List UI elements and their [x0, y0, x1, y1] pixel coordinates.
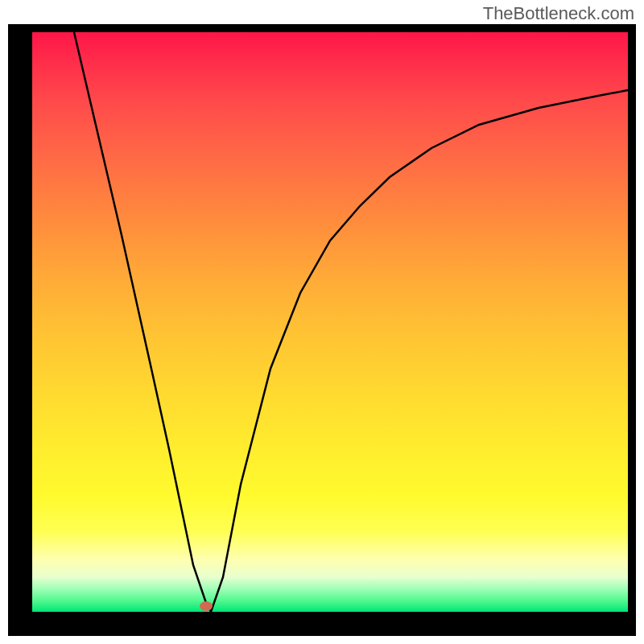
chart-container: TheBottleneck.com — [0, 0, 644, 644]
chart-frame — [8, 24, 636, 636]
curve-svg — [32, 32, 628, 612]
chart-plot-area — [32, 32, 628, 612]
attribution-text: TheBottleneck.com — [483, 3, 634, 24]
minimum-marker — [200, 601, 213, 611]
bottleneck-curve-path — [74, 32, 628, 612]
